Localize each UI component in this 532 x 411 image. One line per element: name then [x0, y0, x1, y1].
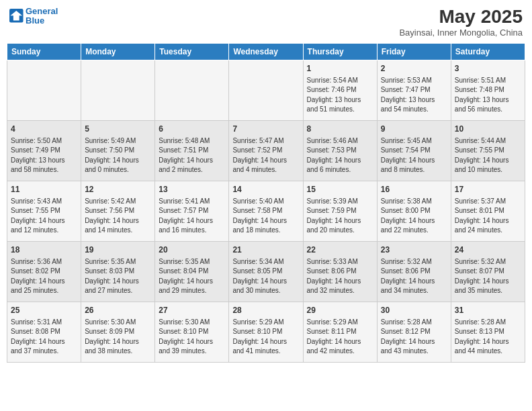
day-number: 16: [381, 184, 447, 195]
calendar-cell: [81, 60, 155, 120]
calendar-table: SundayMondayTuesdayWednesdayThursdayFrid…: [7, 43, 525, 363]
title-block: May 2025 Bayinsai, Inner Mongolia, China: [399, 7, 523, 38]
day-number: 22: [307, 244, 373, 256]
day-info: Sunrise: 5:32 AM Sunset: 8:07 PM Dayligh…: [455, 257, 521, 296]
day-info: Sunrise: 5:30 AM Sunset: 8:09 PM Dayligh…: [85, 318, 151, 357]
calendar-cell: [155, 60, 229, 120]
day-info: Sunrise: 5:42 AM Sunset: 7:56 PM Dayligh…: [85, 197, 151, 236]
calendar-cell: 6Sunrise: 5:48 AM Sunset: 7:51 PM Daylig…: [155, 120, 229, 181]
day-info: Sunrise: 5:31 AM Sunset: 8:08 PM Dayligh…: [11, 318, 77, 357]
day-number: 19: [85, 244, 151, 256]
weekday-header-thursday: Thursday: [303, 43, 377, 60]
day-number: 17: [455, 184, 521, 195]
calendar-cell: 23Sunrise: 5:32 AM Sunset: 8:06 PM Dayli…: [377, 241, 451, 302]
week-row-5: 25Sunrise: 5:31 AM Sunset: 8:08 PM Dayli…: [7, 302, 525, 362]
calendar-cell: 29Sunrise: 5:29 AM Sunset: 8:11 PM Dayli…: [303, 302, 377, 362]
subtitle: Bayinsai, Inner Mongolia, China: [399, 28, 523, 38]
calendar-cell: 25Sunrise: 5:31 AM Sunset: 8:08 PM Dayli…: [7, 302, 81, 362]
day-info: Sunrise: 5:33 AM Sunset: 8:06 PM Dayligh…: [307, 257, 373, 296]
day-number: 2: [381, 63, 447, 75]
day-number: 25: [11, 305, 77, 316]
logo-icon: [9, 9, 24, 24]
day-info: Sunrise: 5:35 AM Sunset: 8:04 PM Dayligh…: [159, 257, 225, 296]
calendar-cell: 14Sunrise: 5:40 AM Sunset: 7:58 PM Dayli…: [229, 181, 303, 241]
day-number: 26: [85, 305, 151, 316]
day-info: Sunrise: 5:47 AM Sunset: 7:52 PM Dayligh…: [232, 136, 299, 175]
weekday-header-tuesday: Tuesday: [155, 43, 229, 60]
day-number: 29: [307, 305, 373, 316]
day-number: 18: [11, 244, 77, 256]
calendar-cell: 7Sunrise: 5:47 AM Sunset: 7:52 PM Daylig…: [229, 120, 303, 181]
day-info: Sunrise: 5:43 AM Sunset: 7:55 PM Dayligh…: [11, 197, 77, 236]
calendar-header: SundayMondayTuesdayWednesdayThursdayFrid…: [7, 43, 525, 60]
day-info: Sunrise: 5:38 AM Sunset: 8:00 PM Dayligh…: [381, 197, 447, 236]
day-info: Sunrise: 5:28 AM Sunset: 8:13 PM Dayligh…: [455, 318, 521, 357]
calendar-cell: 15Sunrise: 5:39 AM Sunset: 7:59 PM Dayli…: [303, 181, 377, 241]
day-info: Sunrise: 5:29 AM Sunset: 8:11 PM Dayligh…: [307, 318, 373, 357]
calendar-cell: 30Sunrise: 5:28 AM Sunset: 8:12 PM Dayli…: [377, 302, 451, 362]
day-info: Sunrise: 5:41 AM Sunset: 7:57 PM Dayligh…: [159, 197, 225, 236]
main-title: May 2025: [399, 7, 523, 28]
week-row-4: 18Sunrise: 5:36 AM Sunset: 8:02 PM Dayli…: [7, 241, 525, 302]
calendar-cell: 26Sunrise: 5:30 AM Sunset: 8:09 PM Dayli…: [81, 302, 155, 362]
day-number: 24: [455, 244, 521, 256]
day-number: 7: [232, 124, 299, 135]
day-number: 30: [381, 305, 447, 316]
calendar-cell: 10Sunrise: 5:44 AM Sunset: 7:55 PM Dayli…: [451, 120, 525, 181]
day-number: 14: [232, 184, 299, 195]
weekday-header-monday: Monday: [81, 43, 155, 60]
day-number: 31: [455, 305, 521, 316]
calendar-cell: 22Sunrise: 5:33 AM Sunset: 8:06 PM Dayli…: [303, 241, 377, 302]
logo: General Blue: [9, 7, 58, 26]
day-info: Sunrise: 5:44 AM Sunset: 7:55 PM Dayligh…: [455, 136, 521, 175]
day-number: 11: [11, 184, 77, 195]
day-number: 10: [455, 124, 521, 135]
calendar-cell: 1Sunrise: 5:54 AM Sunset: 7:46 PM Daylig…: [303, 60, 377, 120]
calendar-cell: 12Sunrise: 5:42 AM Sunset: 7:56 PM Dayli…: [81, 181, 155, 241]
day-info: Sunrise: 5:30 AM Sunset: 8:10 PM Dayligh…: [159, 318, 225, 357]
day-number: 20: [159, 244, 225, 256]
calendar-cell: 24Sunrise: 5:32 AM Sunset: 8:07 PM Dayli…: [451, 241, 525, 302]
day-info: Sunrise: 5:54 AM Sunset: 7:46 PM Dayligh…: [307, 76, 373, 115]
calendar-cell: 18Sunrise: 5:36 AM Sunset: 8:02 PM Dayli…: [7, 241, 81, 302]
day-number: 4: [11, 124, 77, 135]
day-number: 6: [159, 124, 225, 135]
page-header: General Blue May 2025 Bayinsai, Inner Mo…: [7, 7, 525, 38]
day-info: Sunrise: 5:49 AM Sunset: 7:50 PM Dayligh…: [85, 136, 151, 175]
calendar-cell: 11Sunrise: 5:43 AM Sunset: 7:55 PM Dayli…: [7, 181, 81, 241]
day-number: 15: [307, 184, 373, 195]
day-number: 12: [85, 184, 151, 195]
calendar-body: 1Sunrise: 5:54 AM Sunset: 7:46 PM Daylig…: [7, 60, 525, 362]
calendar-cell: 5Sunrise: 5:49 AM Sunset: 7:50 PM Daylig…: [81, 120, 155, 181]
day-info: Sunrise: 5:39 AM Sunset: 7:59 PM Dayligh…: [307, 197, 373, 236]
week-row-3: 11Sunrise: 5:43 AM Sunset: 7:55 PM Dayli…: [7, 181, 525, 241]
day-info: Sunrise: 5:36 AM Sunset: 8:02 PM Dayligh…: [11, 257, 77, 296]
calendar-cell: 31Sunrise: 5:28 AM Sunset: 8:13 PM Dayli…: [451, 302, 525, 362]
calendar-cell: 2Sunrise: 5:53 AM Sunset: 7:47 PM Daylig…: [377, 60, 451, 120]
day-info: Sunrise: 5:29 AM Sunset: 8:10 PM Dayligh…: [232, 318, 299, 357]
calendar-cell: 21Sunrise: 5:34 AM Sunset: 8:05 PM Dayli…: [229, 241, 303, 302]
day-number: 3: [455, 63, 521, 75]
calendar-cell: 3Sunrise: 5:51 AM Sunset: 7:48 PM Daylig…: [451, 60, 525, 120]
week-row-2: 4Sunrise: 5:50 AM Sunset: 7:49 PM Daylig…: [7, 120, 525, 181]
day-info: Sunrise: 5:28 AM Sunset: 8:12 PM Dayligh…: [381, 318, 447, 357]
day-info: Sunrise: 5:40 AM Sunset: 7:58 PM Dayligh…: [232, 197, 299, 236]
logo-text: General Blue: [26, 7, 58, 26]
calendar-cell: 28Sunrise: 5:29 AM Sunset: 8:10 PM Dayli…: [229, 302, 303, 362]
calendar-cell: 8Sunrise: 5:46 AM Sunset: 7:53 PM Daylig…: [303, 120, 377, 181]
calendar-cell: 4Sunrise: 5:50 AM Sunset: 7:49 PM Daylig…: [7, 120, 81, 181]
weekday-header-sunday: Sunday: [7, 43, 81, 60]
day-info: Sunrise: 5:35 AM Sunset: 8:03 PM Dayligh…: [85, 257, 151, 296]
day-info: Sunrise: 5:46 AM Sunset: 7:53 PM Dayligh…: [307, 136, 373, 175]
day-info: Sunrise: 5:51 AM Sunset: 7:48 PM Dayligh…: [455, 76, 521, 115]
day-number: 9: [381, 124, 447, 135]
calendar-cell: 27Sunrise: 5:30 AM Sunset: 8:10 PM Dayli…: [155, 302, 229, 362]
calendar-cell: 20Sunrise: 5:35 AM Sunset: 8:04 PM Dayli…: [155, 241, 229, 302]
day-number: 8: [307, 124, 373, 135]
day-info: Sunrise: 5:48 AM Sunset: 7:51 PM Dayligh…: [159, 136, 225, 175]
calendar-cell: 16Sunrise: 5:38 AM Sunset: 8:00 PM Dayli…: [377, 181, 451, 241]
day-info: Sunrise: 5:50 AM Sunset: 7:49 PM Dayligh…: [11, 136, 77, 175]
day-info: Sunrise: 5:32 AM Sunset: 8:06 PM Dayligh…: [381, 257, 447, 296]
weekday-header-saturday: Saturday: [451, 43, 525, 60]
weekday-header-friday: Friday: [377, 43, 451, 60]
